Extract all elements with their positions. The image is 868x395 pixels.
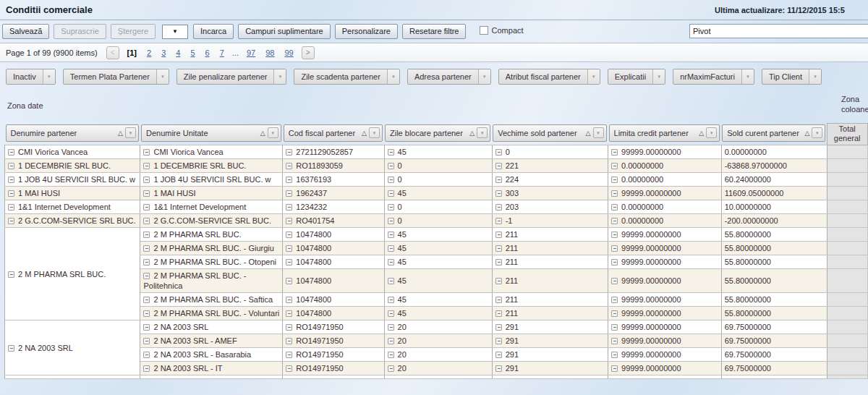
collapse-icon[interactable]	[495, 177, 502, 183]
page-link-4[interactable]: 4	[176, 48, 180, 57]
next-page-button[interactable]: >	[302, 46, 315, 59]
collapse-icon[interactable]	[611, 177, 618, 183]
collapse-icon[interactable]	[611, 338, 618, 344]
collapse-icon[interactable]	[286, 204, 292, 211]
reset-filters-button[interactable]: Resetare filtre	[402, 24, 466, 39]
collapse-icon[interactable]	[388, 163, 394, 169]
collapse-icon[interactable]	[611, 352, 618, 358]
filter-chip-atribut-fiscal-partener[interactable]: Atribut fiscal partener▼	[498, 69, 600, 85]
chevron-down-icon[interactable]: ▼	[652, 69, 665, 84]
page-link-5[interactable]: 5	[190, 48, 195, 57]
filter-chip-zile-penalizare-partener[interactable]: Zile penalizare partener▼	[176, 69, 287, 85]
collapse-icon[interactable]	[286, 149, 292, 156]
collapse-icon[interactable]	[495, 163, 502, 169]
collapse-icon[interactable]	[286, 297, 292, 303]
page-link-98[interactable]: 98	[265, 48, 274, 57]
filter-chip-adresa-partener[interactable]: Adresa partener▼	[407, 69, 491, 85]
filter-chip-nrmaximfacturi[interactable]: nrMaximFacturi▼	[673, 69, 754, 85]
chevron-down-icon[interactable]: ▼	[593, 127, 604, 138]
collapse-icon[interactable]	[495, 297, 502, 303]
chevron-down-icon[interactable]: ▼	[369, 127, 380, 138]
collapse-icon[interactable]	[8, 271, 14, 278]
collapse-icon[interactable]	[495, 259, 502, 266]
collapse-icon[interactable]	[388, 352, 394, 358]
collapse-icon[interactable]	[611, 310, 618, 317]
page-link-3[interactable]: 3	[161, 48, 166, 57]
collapse-icon[interactable]	[388, 245, 394, 252]
collapse-icon[interactable]	[611, 163, 618, 169]
collapse-icon[interactable]	[495, 278, 502, 284]
collapse-icon[interactable]	[611, 204, 618, 211]
page-link-6[interactable]: 6	[205, 48, 210, 57]
collapse-icon[interactable]	[388, 365, 394, 372]
collapse-icon[interactable]	[286, 324, 292, 331]
column-header-button-limita[interactable]: Limita credit partener△▼	[609, 124, 720, 142]
collapse-icon[interactable]	[286, 352, 292, 358]
column-header-button-partner[interactable]: Denumire partener△▼	[6, 124, 139, 142]
collapse-icon[interactable]	[495, 190, 502, 197]
collapse-icon[interactable]	[388, 297, 394, 303]
collapse-icon[interactable]	[8, 149, 14, 156]
collapse-icon[interactable]	[143, 365, 150, 372]
collapse-icon[interactable]	[143, 297, 150, 303]
prev-page-button[interactable]: <	[106, 46, 119, 59]
collapse-icon[interactable]	[143, 204, 150, 211]
collapse-icon[interactable]	[286, 190, 292, 197]
collapse-icon[interactable]	[286, 163, 292, 169]
column-header-button-cod[interactable]: Cod fiscal partener△▼	[284, 124, 383, 142]
collapse-icon[interactable]	[495, 352, 502, 358]
collapse-icon[interactable]	[286, 365, 292, 372]
collapse-icon[interactable]	[388, 204, 394, 211]
collapse-icon[interactable]	[388, 338, 394, 344]
collapse-icon[interactable]	[286, 338, 292, 344]
column-header-button-unit[interactable]: Denumire Unitate△▼	[141, 124, 281, 142]
column-header-button-zile[interactable]: Zile blocare partener△▼	[385, 124, 490, 142]
page-link-7[interactable]: 7	[220, 48, 224, 57]
sort-ascending-icon[interactable]: △	[118, 129, 123, 137]
chevron-down-icon[interactable]: ▼	[812, 127, 822, 138]
sort-ascending-icon[interactable]: △	[699, 129, 704, 137]
collapse-icon[interactable]	[388, 190, 394, 197]
collapse-icon[interactable]	[495, 232, 502, 238]
collapse-icon[interactable]	[388, 324, 394, 331]
collapse-icon[interactable]	[8, 218, 14, 224]
collapse-icon[interactable]	[388, 278, 394, 284]
collapse-icon[interactable]	[388, 149, 394, 156]
pivot-input[interactable]	[689, 24, 868, 38]
sort-ascending-icon[interactable]: △	[362, 129, 367, 137]
chevron-down-icon[interactable]: ▼	[809, 69, 821, 84]
chevron-down-icon[interactable]: ▼	[156, 69, 169, 84]
collapse-icon[interactable]	[286, 310, 292, 317]
collapse-icon[interactable]	[143, 190, 150, 197]
collapse-icon[interactable]	[611, 190, 618, 197]
collapse-icon[interactable]	[495, 149, 502, 156]
collapse-icon[interactable]	[611, 232, 618, 238]
page-link-97[interactable]: 97	[247, 48, 255, 57]
collapse-icon[interactable]	[8, 177, 14, 183]
collapse-icon[interactable]	[495, 338, 502, 344]
filter-chip-termen-plata-partener[interactable]: Termen Plata Partener▼	[63, 69, 169, 85]
collapse-icon[interactable]	[388, 177, 394, 183]
collapse-icon[interactable]	[611, 149, 618, 156]
chevron-down-icon[interactable]: ▼	[706, 127, 717, 138]
collapse-icon[interactable]	[286, 232, 292, 238]
collapse-icon[interactable]	[286, 259, 292, 266]
collapse-icon[interactable]	[286, 218, 292, 224]
collapse-icon[interactable]	[388, 218, 394, 224]
collapse-icon[interactable]	[495, 245, 502, 252]
filter-chip-tip-client[interactable]: Tip Client▼	[762, 69, 822, 85]
sort-ascending-icon[interactable]: △	[586, 129, 591, 137]
collapse-icon[interactable]	[8, 345, 14, 352]
compact-checkbox[interactable]	[480, 26, 488, 35]
collapse-icon[interactable]	[143, 259, 150, 266]
chevron-down-icon[interactable]: ▼	[125, 127, 136, 138]
collapse-icon[interactable]	[286, 278, 292, 284]
chevron-down-icon[interactable]: ▼	[387, 69, 399, 84]
collapse-icon[interactable]	[611, 324, 618, 331]
collapse-icon[interactable]	[143, 338, 150, 344]
collapse-icon[interactable]	[143, 324, 150, 331]
collapse-icon[interactable]	[611, 218, 618, 224]
collapse-icon[interactable]	[495, 365, 502, 372]
collapse-icon[interactable]	[286, 245, 292, 252]
chevron-down-icon[interactable]: ▼	[587, 69, 600, 84]
